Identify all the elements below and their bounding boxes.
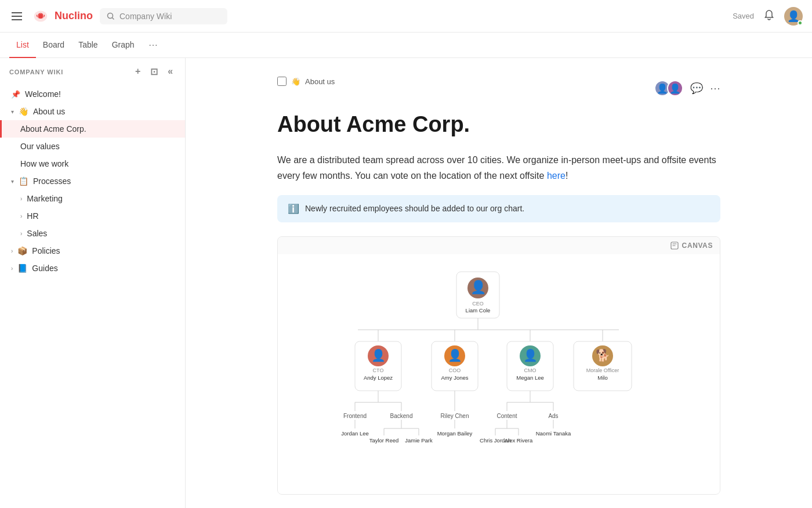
sidebar-item-label: Welcome! xyxy=(25,89,61,99)
search-placeholder: Company Wiki xyxy=(119,12,172,21)
bell-icon xyxy=(763,9,775,21)
breadcrumb: 👋 About us xyxy=(277,77,335,86)
topbar: Nuclino Company Wiki Saved 👤 xyxy=(0,0,812,33)
breadcrumb-link[interactable]: About us xyxy=(305,77,335,86)
tab-board[interactable]: Board xyxy=(36,33,71,58)
menu-button[interactable] xyxy=(9,10,24,23)
sidebar-item-about-acme[interactable]: About Acme Corp. xyxy=(0,120,185,138)
main-layout: COMPANY WIKI + ⊡ « 📌 Welcome! ▾ 👋 About … xyxy=(0,58,812,508)
canvas-header: CANVAS xyxy=(278,237,720,254)
sidebar-item-label: Guides xyxy=(32,264,57,273)
sidebar-item-policies[interactable]: › 📦 Policies xyxy=(0,242,185,260)
sidebar-item-our-values[interactable]: Our values xyxy=(0,138,185,155)
canvas-body[interactable]: 👤 CEO Liam Cole 👤 CTO Andy Lopez xyxy=(278,254,720,494)
org-chart-svg: 👤 CEO Liam Cole 👤 CTO Andy Lopez xyxy=(289,266,666,481)
chevron-right-icon: › xyxy=(20,230,22,237)
sidebar-item-about-us[interactable]: ▾ 👋 About us xyxy=(0,103,185,120)
sidebar-item-marketing[interactable]: › Marketing xyxy=(0,190,185,207)
sidebar-item-guides[interactable]: › 📘 Guides xyxy=(0,260,185,277)
sidebar-emoji: 📦 xyxy=(17,246,27,255)
sidebar-header: COMPANY WIKI + ⊡ « xyxy=(0,58,185,85)
svg-text:Riley Chen: Riley Chen xyxy=(441,413,469,419)
tab-graph[interactable]: Graph xyxy=(105,33,142,58)
expand-button[interactable]: ⊡ xyxy=(148,65,161,78)
chevron-right-icon: › xyxy=(11,248,13,254)
svg-text:Jordan Lee: Jordan Lee xyxy=(341,430,369,437)
sidebar-emoji: 📘 xyxy=(17,264,27,273)
online-indicator xyxy=(798,20,803,26)
svg-text:Taylor Reed: Taylor Reed xyxy=(369,437,399,444)
svg-text:Backend: Backend xyxy=(390,413,413,419)
svg-text:👤: 👤 xyxy=(523,348,538,362)
info-icon: ℹ️ xyxy=(288,203,299,214)
sidebar-item-label: About us xyxy=(33,107,65,116)
sidebar-item-label: Policies xyxy=(32,246,60,255)
sidebar-item-how-we-work[interactable]: How we work xyxy=(0,155,185,172)
add-item-button[interactable]: + xyxy=(133,65,143,78)
chevron-right-icon: › xyxy=(20,213,22,219)
chevron-down-icon: ▾ xyxy=(11,178,14,185)
sidebar-emoji: 📋 xyxy=(19,176,28,186)
sidebar-header-actions: + ⊡ « xyxy=(133,65,176,78)
svg-text:👤: 👤 xyxy=(470,279,487,295)
svg-text:👤: 👤 xyxy=(371,348,386,362)
more-options-button[interactable]: ⋯ xyxy=(710,82,720,95)
tabbar: List Board Table Graph ⋯ xyxy=(0,33,812,58)
canvas-icon xyxy=(670,242,679,250)
tab-table[interactable]: Table xyxy=(71,33,104,58)
info-callout: ℹ️ Newly recruited employees should be a… xyxy=(277,195,720,222)
tab-list[interactable]: List xyxy=(9,33,36,58)
search-bar[interactable]: Company Wiki xyxy=(100,8,227,24)
svg-text:Frontend: Frontend xyxy=(343,413,367,419)
svg-text:Naomi Tanaka: Naomi Tanaka xyxy=(536,430,571,437)
notifications-button[interactable] xyxy=(763,9,775,23)
svg-text:Liam Cole: Liam Cole xyxy=(466,307,491,314)
saved-status: Saved xyxy=(733,12,754,20)
svg-text:👤: 👤 xyxy=(448,348,462,362)
sidebar-emoji: 👋 xyxy=(19,107,28,116)
sidebar-item-label: About Acme Corp. xyxy=(20,124,86,134)
svg-text:Morale Officer: Morale Officer xyxy=(586,368,619,373)
topbar-left: Nuclino Company Wiki xyxy=(9,7,227,26)
svg-point-1 xyxy=(38,14,43,19)
svg-text:COO: COO xyxy=(449,368,461,373)
main-content: 👋 About us 👤 👤 💬 ⋯ xyxy=(186,58,812,508)
comments-button[interactable]: 💬 xyxy=(690,82,703,95)
svg-text:Megan Lee: Megan Lee xyxy=(516,374,544,381)
logo[interactable]: Nuclino xyxy=(31,7,93,26)
content-inner: 👋 About us 👤 👤 💬 ⋯ xyxy=(249,58,748,508)
svg-text:Ads: Ads xyxy=(548,413,558,419)
sidebar-item-welcome[interactable]: 📌 Welcome! xyxy=(0,85,185,103)
svg-text:CMO: CMO xyxy=(524,368,536,373)
svg-text:Content: Content xyxy=(496,413,517,419)
sidebar-item-label: Marketing xyxy=(27,194,62,203)
canvas-label: CANVAS xyxy=(682,242,713,250)
sidebar-item-sales[interactable]: › Sales xyxy=(0,225,185,242)
chevron-down-icon: ▾ xyxy=(11,109,14,115)
page-title: About Acme Corp. xyxy=(277,111,720,138)
svg-text:Alex Rivera: Alex Rivera xyxy=(505,437,533,444)
sidebar-item-processes[interactable]: ▾ 📋 Processes xyxy=(0,172,185,190)
breadcrumb-emoji: 👋 xyxy=(291,77,300,86)
tab-more-button[interactable]: ⋯ xyxy=(144,37,162,53)
sidebar-item-label: Our values xyxy=(20,142,60,151)
sidebar-item-hr[interactable]: › HR xyxy=(0,207,185,225)
here-link[interactable]: here xyxy=(547,171,566,181)
svg-text:Milo: Milo xyxy=(597,374,607,381)
search-icon xyxy=(107,12,115,20)
user-avatar[interactable]: 👤 xyxy=(784,7,803,26)
chevron-right-icon: › xyxy=(20,196,22,202)
breadcrumb-checkbox[interactable] xyxy=(277,77,287,86)
collaborator-avatars: 👤 👤 xyxy=(654,80,683,96)
sidebar-item-label: How we work xyxy=(20,159,68,168)
collapse-sidebar-button[interactable]: « xyxy=(165,65,176,78)
topbar-right: Saved 👤 xyxy=(733,7,803,26)
sidebar-item-label: Processes xyxy=(33,176,71,186)
sidebar: COMPANY WIKI + ⊡ « 📌 Welcome! ▾ 👋 About … xyxy=(0,58,186,508)
doc-actions: 👤 👤 💬 ⋯ xyxy=(654,80,720,96)
svg-text:Jamie Park: Jamie Park xyxy=(405,437,433,444)
chevron-right-icon: › xyxy=(11,265,13,272)
sidebar-item-label: HR xyxy=(27,211,38,221)
svg-text:CTO: CTO xyxy=(373,368,384,373)
callout-text: Newly recruited employees should be adde… xyxy=(305,204,524,213)
